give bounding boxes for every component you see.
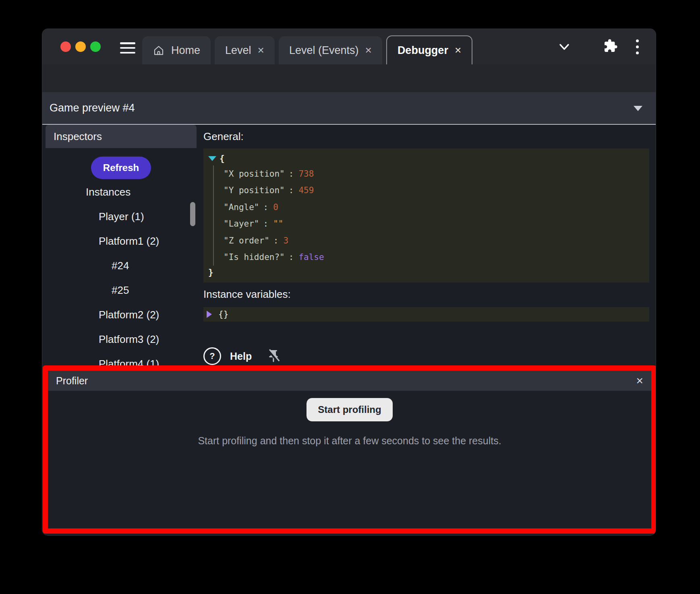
tab-bar: Home Level × Level (Events) × Debugger × [142, 36, 472, 64]
sidebar-scrollbar-thumb[interactable] [190, 202, 195, 226]
json-key: "Angle" [224, 202, 259, 212]
close-window-button[interactable] [60, 41, 71, 52]
tab-home[interactable]: Home [142, 36, 211, 64]
profiler-title: Profiler [56, 375, 88, 387]
kebab-menu-icon[interactable] [635, 39, 639, 54]
general-label: General: [203, 130, 649, 143]
pin-off-icon[interactable] [266, 349, 281, 364]
chevron-down-icon[interactable] [559, 43, 570, 51]
tab-debugger[interactable]: Debugger × [386, 35, 472, 64]
json-value[interactable]: 738 [298, 169, 314, 179]
gdevelop-debugger-window: Home Level × Level (Events) × Debugger × [42, 29, 656, 535]
inspector-detail-panel: General: { "X position" : 738 [203, 125, 649, 365]
help-row: ? Help [203, 347, 649, 365]
sidebar-item-label: Instances [86, 186, 130, 198]
json-key: "Z order" [224, 236, 269, 245]
json-property-row: "Layer" : "" [224, 216, 645, 233]
json-property-row: "Is hidden?" : false [224, 249, 645, 266]
tab-level[interactable]: Level × [215, 36, 275, 64]
sidebar-item-label: Platform1 (2) [99, 235, 159, 248]
help-label[interactable]: Help [230, 351, 252, 362]
sidebar-instance-item[interactable]: Platform3 (2) [46, 327, 197, 352]
refresh-row: Refresh [46, 155, 197, 180]
sidebar-instance-item[interactable]: #25 [46, 278, 197, 303]
tab-label: Level [225, 44, 251, 57]
json-value[interactable]: 3 [283, 236, 288, 245]
json-key: "Y position" [224, 186, 285, 195]
titlebar: Home Level × Level (Events) × Debugger × [42, 29, 656, 64]
sidebar-instance-item[interactable]: Platform2 (2) [46, 303, 197, 327]
home-icon [153, 44, 165, 56]
open-brace: { [220, 154, 225, 163]
hamburger-menu-icon[interactable] [120, 42, 135, 54]
profiler-panel: Profiler × Start profiling Start profili… [43, 365, 656, 534]
game-preview-selector[interactable]: Game preview #4 [42, 92, 656, 125]
inspectors-tree: Refresh Instances Player (1) Plat [46, 148, 197, 376]
close-tab-icon[interactable]: × [365, 45, 372, 56]
json-colon: : [273, 236, 279, 245]
json-property-row: "X position" : 738 [224, 165, 645, 182]
close-tab-icon[interactable]: × [258, 45, 264, 56]
json-value[interactable]: false [298, 252, 324, 262]
json-key: "X position" [224, 169, 285, 179]
json-property-row: "Angle" : 0 [224, 199, 645, 216]
json-property-row: "Z order" : 3 [224, 232, 645, 249]
close-tab-icon[interactable]: × [455, 45, 461, 56]
sidebar-item-label: Player (1) [99, 210, 144, 223]
json-key: "Layer" [224, 219, 259, 229]
variables-value: {} [218, 309, 228, 319]
close-profiler-icon[interactable]: × [636, 375, 643, 387]
inspectors-header: Inspectors [46, 125, 197, 148]
sidebar-instance-item[interactable]: #24 [46, 254, 197, 278]
extensions-puzzle-icon[interactable] [603, 39, 618, 53]
sidebar-instance-item[interactable]: Platform1 (2) [46, 229, 197, 254]
json-value[interactable]: 0 [273, 202, 278, 212]
tab-label: Level (Events) [289, 44, 359, 57]
tab-label: Home [171, 44, 200, 57]
json-close-row: } [208, 266, 645, 279]
json-root-row[interactable]: { [208, 152, 645, 165]
sidebar-instance-item[interactable]: Instances [46, 180, 197, 204]
expand-triangle-icon[interactable] [207, 311, 212, 318]
profiler-description: Start profiling and then stop it after a… [48, 435, 651, 447]
maximize-window-button[interactable] [90, 41, 101, 52]
collapse-triangle-icon[interactable] [208, 156, 216, 161]
json-key: "Is hidden?" [224, 252, 285, 262]
tab-label: Debugger [398, 44, 448, 57]
help-question-icon[interactable]: ? [203, 347, 221, 365]
json-property-row: "Y position" : 459 [224, 182, 645, 199]
sidebar-instance-item[interactable]: Player (1) [46, 204, 197, 229]
json-value[interactable]: 459 [298, 186, 314, 195]
game-preview-title: Game preview #4 [50, 92, 135, 124]
minimize-window-button[interactable] [75, 41, 86, 52]
sidebar-item-label: Platform3 (2) [99, 333, 159, 346]
json-value[interactable]: "" [273, 219, 283, 229]
json-colon: : [289, 252, 294, 262]
instances-list: Instances Player (1) Platform1 (2) #24 [46, 180, 197, 376]
general-json-viewer: { "X position" : 738 "Y position" : [203, 148, 649, 283]
profiler-header: Profiler × [48, 371, 651, 391]
instance-variables-json-viewer[interactable]: {} [203, 307, 649, 322]
debugger-toolbar: > Pause [42, 64, 656, 92]
window-controls [60, 41, 101, 52]
start-profiling-button[interactable]: Start profiling [307, 398, 392, 421]
json-colon: : [289, 169, 294, 179]
close-brace: } [208, 268, 213, 277]
json-colon: : [263, 202, 269, 212]
dropdown-caret-icon[interactable] [634, 106, 642, 111]
refresh-button[interactable]: Refresh [91, 157, 151, 179]
json-colon: : [263, 219, 269, 229]
json-rows: "X position" : 738 "Y position" : 459 "A… [213, 165, 645, 266]
sidebar-item-label: Platform2 (2) [99, 309, 159, 321]
sidebar-item-label: #24 [112, 260, 129, 272]
json-colon: : [289, 186, 294, 195]
tab-level-events[interactable]: Level (Events) × [279, 36, 382, 64]
profiler-body: Start profiling Start profiling and then… [48, 391, 651, 447]
sidebar-item-label: #25 [112, 284, 129, 297]
instance-variables-label: Instance variables: [203, 288, 649, 301]
